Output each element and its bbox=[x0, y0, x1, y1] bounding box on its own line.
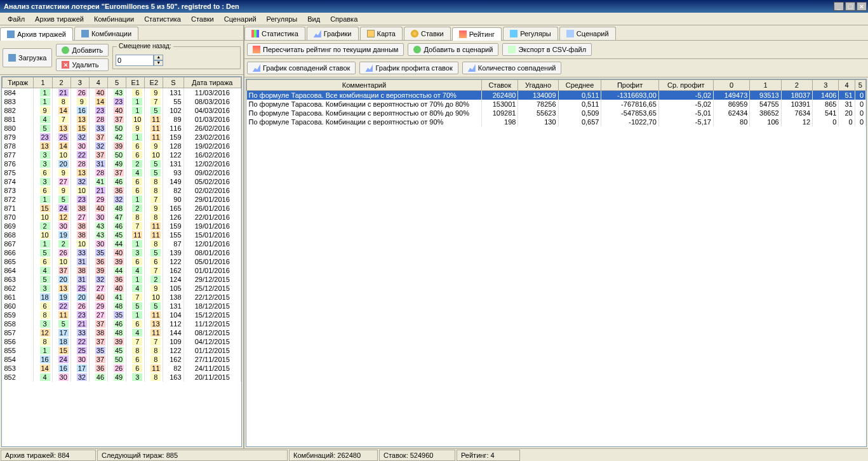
draw-row[interactable]: 8635203132361212429/12/2015 bbox=[3, 275, 241, 284]
rating-row[interactable]: По формуле Тарасова. Комбинации с вероят… bbox=[247, 117, 866, 126]
rating-grid[interactable]: КомментарийСтавокУгаданоСреднееПрофитСр.… bbox=[246, 79, 867, 447]
draw-row[interactable]: 8665263335403513908/01/2016 bbox=[3, 248, 241, 257]
draw-row[interactable]: 8841212640436913111/03/2016 bbox=[3, 88, 241, 98]
draw-row[interactable]: 8551152535458812201/12/2015 bbox=[3, 346, 241, 355]
spin-down[interactable]: ▼ bbox=[154, 60, 163, 66]
draw-row[interactable]: 8568182237397710904/12/2015 bbox=[3, 337, 241, 346]
draw-row[interactable]: 85416243037506816227/11/2015 bbox=[3, 355, 241, 364]
draw-row[interactable]: 87215232932179029/01/2016 bbox=[3, 195, 241, 204]
draw-row[interactable]: 861181920404171013822/12/2015 bbox=[3, 293, 241, 302]
draw-row[interactable]: 8656103136396612205/01/2016 bbox=[3, 257, 241, 266]
draw-row[interactable]: 8644373839444716201/01/2016 bbox=[3, 266, 241, 275]
load-button[interactable]: Загрузка bbox=[3, 48, 52, 67]
status-rating: Рейтинг: 4 bbox=[457, 450, 520, 461]
col-header[interactable]: 1 bbox=[34, 77, 52, 88]
draw-row[interactable]: 86923038434671115919/01/2016 bbox=[3, 222, 241, 230]
draw-row[interactable]: 8814713283710118901/03/2016 bbox=[3, 115, 241, 124]
col-header[interactable]: 0 bbox=[713, 80, 749, 91]
draw-row[interactable]: 8606222629485513118/12/2015 bbox=[3, 302, 241, 311]
col-header[interactable]: 5 bbox=[855, 80, 865, 91]
menu-Ставки[interactable]: Ставки bbox=[186, 14, 219, 24]
menu-Файл[interactable]: Файл bbox=[3, 14, 30, 24]
rating-row[interactable]: По формуле Тарасова. Комбинации с вероят… bbox=[247, 100, 866, 109]
minimize-button[interactable]: _ bbox=[834, 2, 844, 11]
draw-row[interactable]: 8763202831492513112/02/2016 bbox=[3, 159, 241, 168]
col-header[interactable]: Дата тиража bbox=[184, 77, 241, 88]
draw-row[interactable]: 87115243840482916526/01/2016 bbox=[3, 204, 241, 213]
draw-row[interactable]: 87010122730478812622/01/2016 bbox=[3, 213, 241, 222]
right-tab-Регуляры[interactable]: Регуляры bbox=[503, 27, 558, 40]
col-header[interactable]: 4 bbox=[89, 77, 107, 88]
col-header[interactable]: Среднее bbox=[558, 80, 601, 91]
menu-Сценарий[interactable]: Сценарий bbox=[219, 14, 262, 24]
rating-row[interactable]: По формуле Тарасова. Все комбинации с ве… bbox=[247, 91, 866, 100]
draw-row[interactable]: 8743273241466814905/02/2016 bbox=[3, 177, 241, 186]
draw-row[interactable]: 8524303246493816320/11/2015 bbox=[3, 373, 241, 382]
spin-up[interactable]: ▲ bbox=[154, 55, 163, 60]
col-header[interactable]: E1 bbox=[126, 77, 145, 88]
draw-row[interactable]: 8831891423175508/03/2016 bbox=[3, 97, 241, 106]
draw-row[interactable]: 87813143032396912819/02/2016 bbox=[3, 142, 241, 150]
col-header[interactable]: E2 bbox=[145, 77, 163, 88]
offset-input[interactable] bbox=[116, 55, 154, 66]
toolbar-btn[interactable]: Пересчитать рейтинг по текущим данным bbox=[247, 43, 404, 56]
draw-row[interactable]: 88051315335091111626/02/2016 bbox=[3, 124, 241, 133]
toolbar-btn[interactable]: Количество совпадений bbox=[462, 62, 562, 74]
draw-row[interactable]: 879232532374211115923/02/2016 bbox=[3, 133, 241, 142]
btn-icon bbox=[413, 46, 421, 53]
menu-Статистика[interactable]: Статистика bbox=[139, 14, 186, 24]
draw-row[interactable]: 85314161736266118224/11/2015 bbox=[3, 364, 241, 373]
menu-Архив тиражей[interactable]: Архив тиражей bbox=[30, 14, 89, 24]
col-header[interactable]: 5 bbox=[107, 77, 126, 88]
draw-row[interactable]: 87369102136688202/02/2016 bbox=[3, 186, 241, 195]
col-header[interactable]: Комментарий bbox=[247, 80, 482, 91]
menu-Комбинации[interactable]: Комбинации bbox=[89, 14, 139, 24]
right-tab-Статистика[interactable]: Статистика bbox=[244, 27, 305, 40]
status-bets: Ставок: 524960 bbox=[379, 450, 455, 461]
draw-row[interactable]: 8829141623401510204/03/2016 bbox=[3, 106, 241, 115]
col-header[interactable]: Тираж bbox=[3, 77, 34, 88]
right-tab-Сценарий[interactable]: Сценарий bbox=[559, 27, 616, 40]
left-tab-Архив тиражей[interactable]: Архив тиражей bbox=[0, 27, 73, 41]
right-tab-Графики[interactable]: Графики bbox=[307, 27, 359, 40]
toolbar-btn[interactable]: График профита ставок bbox=[359, 62, 458, 74]
col-header[interactable]: 3 bbox=[70, 77, 89, 88]
left-tab-Комбинации[interactable]: Комбинации bbox=[74, 27, 138, 40]
maximize-button[interactable]: □ bbox=[845, 2, 855, 11]
right-tab-Рейтинг[interactable]: Рейтинг bbox=[452, 27, 502, 41]
col-header[interactable]: 2 bbox=[52, 77, 70, 88]
col-header[interactable]: Ср. профит bbox=[658, 80, 713, 91]
menu-Справка[interactable]: Справка bbox=[325, 14, 363, 24]
col-header[interactable]: 3 bbox=[813, 80, 839, 91]
draw-row[interactable]: 85981123273511110415/12/2015 bbox=[3, 311, 241, 319]
col-header[interactable]: Угадано bbox=[518, 80, 558, 91]
draw-row[interactable]: 857121733384841114408/12/2015 bbox=[3, 328, 241, 337]
col-header[interactable]: Ставок bbox=[482, 80, 518, 91]
add-button[interactable]: Добавить bbox=[56, 44, 109, 57]
draw-row[interactable]: 87569132837459309/02/2016 bbox=[3, 168, 241, 177]
col-header[interactable]: 1 bbox=[750, 80, 781, 91]
col-header[interactable]: 2 bbox=[781, 80, 812, 91]
draw-row[interactable]: 87731022375061012216/02/2016 bbox=[3, 150, 241, 159]
right-tab-Ставки[interactable]: Ставки bbox=[404, 27, 451, 40]
delete-button[interactable]: × Удалить bbox=[56, 58, 109, 71]
draws-grid[interactable]: Тираж12345E1E2SДата тиража88412126404369… bbox=[1, 76, 242, 447]
toolbar-btn[interactable]: График совпадений ставок bbox=[247, 62, 356, 74]
draw-row[interactable]: 8583521374661311211/12/2015 bbox=[3, 319, 241, 328]
draw-row[interactable]: 86712103044188712/01/2016 bbox=[3, 239, 241, 248]
draw-row[interactable]: 8623132527404910525/12/2015 bbox=[3, 284, 241, 293]
toolbar-btn[interactable]: Экспорт в CSV-файл bbox=[502, 43, 592, 56]
draw-row[interactable]: 8681019384345111115515/01/2016 bbox=[3, 230, 241, 239]
tab-icon bbox=[251, 30, 259, 37]
right-tab-Карта[interactable]: Карта bbox=[360, 27, 403, 40]
rating-row[interactable]: По формуле Тарасова. Комбинации с вероят… bbox=[247, 109, 866, 117]
toolbar-btn[interactable]: Добавить в сценарий bbox=[408, 43, 498, 56]
menu-Регуляры[interactable]: Регуляры bbox=[262, 14, 303, 24]
col-header[interactable]: S bbox=[163, 77, 184, 88]
close-button[interactable]: × bbox=[857, 2, 867, 11]
status-archive: Архив тиражей: 884 bbox=[1, 450, 96, 461]
tab-icon bbox=[81, 30, 89, 37]
col-header[interactable]: Профит bbox=[601, 80, 658, 91]
menu-Вид[interactable]: Вид bbox=[302, 14, 325, 24]
col-header[interactable]: 4 bbox=[839, 80, 855, 91]
